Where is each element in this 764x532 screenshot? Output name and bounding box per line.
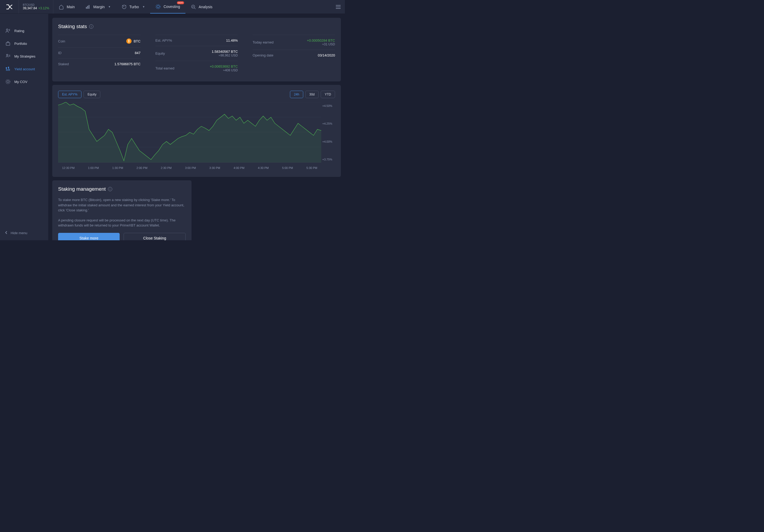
svg-point-14 [8, 67, 9, 68]
chart-metric-tabs: Est. APY% Equity [58, 91, 100, 98]
id-value: 847 [135, 51, 141, 55]
nav-turbo-label: Turbo [129, 5, 139, 9]
staking-management-title: Staking management i [58, 186, 186, 192]
sidebar-portfolio-label: Portfolio [14, 42, 27, 46]
total-earned-value: +0.00653692 BTC≈408 USD [210, 65, 238, 72]
stake-more-button[interactable]: Stake more [58, 233, 120, 241]
ticker-change: +3.12% [38, 6, 49, 10]
logo[interactable] [0, 4, 19, 10]
svg-rect-0 [86, 7, 87, 9]
opening-date-value: 03/14/2020 [318, 53, 335, 57]
x-axis-labels: 12:30 PM1:00 PM1:30 PM2:00 PM2:30 PM3:00… [58, 164, 321, 171]
ticker-price: 39,347.84+3.12% [23, 6, 49, 10]
close-staking-button[interactable]: Close Staking [124, 233, 186, 241]
management-text-1: To stake more BTC (Bitcoin), open a new … [58, 197, 186, 213]
svg-point-12 [7, 54, 8, 56]
rating-icon [5, 28, 11, 33]
tab-apy[interactable]: Est. APY% [58, 91, 82, 98]
turbo-icon [121, 4, 127, 10]
top-bar: BTC/USD 39,347.84+3.12% Main Margin ▼ Tu… [0, 0, 345, 14]
apy-value: 11.48% [226, 39, 238, 43]
sidebar-portfolio[interactable]: Portfolio [0, 37, 48, 50]
cov-icon [5, 79, 11, 84]
nav-margin[interactable]: Margin ▼ [80, 0, 116, 14]
info-icon[interactable]: i [89, 24, 94, 29]
chart-range-tabs: 24h 30d YTD [290, 91, 335, 98]
equity-label: Equity [155, 52, 165, 56]
total-earned-label: Total earned [155, 66, 175, 70]
sidebar-strategies[interactable]: My Strategies [0, 50, 48, 63]
id-label: ID [58, 51, 62, 55]
staking-management-card: Staking management i To stake more BTC (… [52, 180, 192, 240]
btc-icon: ₿ [126, 39, 131, 44]
svg-rect-1 [87, 6, 88, 9]
analysis-icon [191, 4, 196, 10]
sidebar: Rating Portfolio My Strategies Yield acc… [0, 14, 48, 240]
yield-icon [5, 66, 11, 72]
opening-date-label: Opening date [253, 53, 273, 57]
today-earned-value: +0.00050284 BTC≈31 USD [307, 39, 335, 46]
staking-stats-title: Staking stats i [58, 24, 335, 29]
coin-value: ₿BTC [126, 39, 141, 44]
ticker-pair: BTC/USD [23, 3, 49, 6]
hide-menu[interactable]: Hide menu [0, 226, 48, 240]
coin-label: Coin [58, 39, 65, 43]
svg-point-16 [6, 80, 10, 84]
staking-stats-card: Staking stats i Coin ₿BTC ID 847 Staked … [52, 18, 341, 82]
sidebar-rating[interactable]: Rating [0, 24, 48, 37]
hide-menu-label: Hide menu [11, 231, 27, 235]
nav-analysis[interactable]: Analysis [185, 0, 218, 14]
svg-point-5 [156, 4, 160, 9]
sidebar-yield[interactable]: Yield account [0, 63, 48, 75]
chart-area[interactable]: +4.50%+4.25%+4.00%+3.75% 12:30 PM1:00 PM… [58, 102, 335, 171]
range-24h[interactable]: 24h [290, 91, 303, 98]
management-text-2: A pending closure request will be proces… [58, 218, 186, 228]
nav-margin-label: Margin [94, 5, 105, 9]
today-earned-label: Today earned [253, 40, 274, 44]
main-content: Staking stats i Coin ₿BTC ID 847 Staked … [48, 14, 345, 240]
svg-point-13 [6, 68, 7, 69]
hot-badge: HOT! [177, 1, 184, 4]
home-icon [59, 4, 64, 10]
svg-point-15 [7, 81, 9, 83]
chevron-left-icon [5, 231, 7, 235]
main-nav: Main Margin ▼ Turbo ▼ HOT! Covesting Ana… [53, 0, 332, 14]
sidebar-yield-label: Yield account [14, 67, 35, 71]
bars-icon [86, 4, 91, 10]
svg-point-4 [157, 5, 159, 8]
chart-card: Est. APY% Equity 24h 30d YTD +4.50%+ [52, 85, 341, 177]
hamburger-menu[interactable] [332, 5, 345, 9]
staked-label: Staked [58, 62, 69, 66]
portfolio-icon [5, 41, 11, 46]
svg-point-10 [6, 29, 8, 31]
covesting-icon [155, 4, 161, 9]
tab-equity[interactable]: Equity [84, 91, 100, 98]
nav-turbo[interactable]: Turbo ▼ [116, 0, 150, 14]
sidebar-cov-label: My COV [14, 80, 27, 84]
sidebar-strategies-label: My Strategies [14, 54, 35, 58]
strategies-icon [5, 54, 11, 59]
apy-chart [58, 102, 321, 163]
range-30d[interactable]: 30d [305, 91, 318, 98]
apy-label: Est. APY% [155, 39, 172, 43]
sidebar-rating-label: Rating [14, 29, 24, 33]
info-icon[interactable]: i [108, 187, 112, 191]
staked-value: 1.57686875 BTC [114, 62, 140, 66]
equity-value: 1.58340567 BTC≈98,962 USD [212, 50, 238, 57]
nav-covesting-label: Covesting [163, 5, 180, 9]
y-axis-labels: +4.50%+4.25%+4.00%+3.75% [322, 102, 335, 163]
svg-rect-11 [6, 43, 10, 45]
nav-covesting[interactable]: HOT! Covesting [150, 0, 185, 14]
nav-main-label: Main [67, 5, 75, 9]
ticker[interactable]: BTC/USD 39,347.84+3.12% [19, 0, 53, 14]
nav-main[interactable]: Main [53, 0, 80, 14]
range-ytd[interactable]: YTD [321, 91, 335, 98]
nav-analysis-label: Analysis [199, 5, 213, 9]
chevron-down-icon: ▼ [142, 5, 145, 8]
chevron-down-icon: ▼ [108, 5, 111, 8]
sidebar-cov[interactable]: My COV [0, 75, 48, 88]
svg-rect-2 [89, 5, 90, 9]
